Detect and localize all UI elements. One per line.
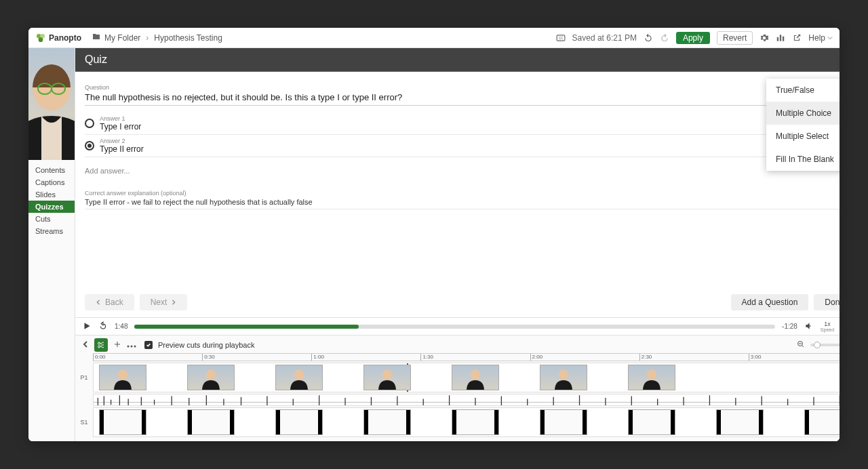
- slide-thumb[interactable]: [540, 409, 587, 435]
- app-window: Panopto My Folder › Hypothesis Testing C…: [28, 28, 840, 441]
- question-type-fill-blank[interactable]: Fill In The Blank: [766, 148, 840, 171]
- slide-thumb[interactable]: [628, 409, 675, 435]
- video-thumb[interactable]: [628, 365, 675, 390]
- svg-point-31: [647, 369, 656, 380]
- question-text-input[interactable]: The null hypothesis is no rejected, but …: [85, 91, 840, 106]
- progress-bar[interactable]: [134, 325, 775, 329]
- svg-rect-7: [783, 36, 784, 41]
- sidebar-tab-captions[interactable]: Captions: [28, 176, 75, 188]
- timeline-track-p1: P1: [75, 363, 840, 392]
- add-answer-button[interactable]: Add answer...: [85, 167, 840, 175]
- video-thumb[interactable]: [452, 365, 499, 390]
- question-type-dropdown: True/False Multiple Choice Multiple Sele…: [766, 79, 840, 171]
- svg-point-26: [206, 369, 216, 380]
- revert-button[interactable]: Revert: [717, 31, 753, 45]
- chevron-right-icon: [171, 300, 176, 305]
- quiz-footer-nav: Back Next Add a Question Done: [75, 289, 840, 317]
- brand-logo[interactable]: Panopto: [35, 33, 81, 43]
- answer-1-label: Answer 1: [100, 115, 840, 122]
- video-thumb[interactable]: [540, 365, 587, 390]
- quiz-editor: Quiz Question The null hypothesis is no …: [75, 48, 840, 441]
- svg-point-25: [118, 369, 127, 380]
- stats-icon[interactable]: [776, 33, 785, 43]
- answer-radio-2[interactable]: [85, 141, 94, 150]
- answer-2-text[interactable]: Type II error: [100, 144, 840, 154]
- rewind-button[interactable]: [98, 321, 108, 332]
- slide-thumb[interactable]: [716, 409, 764, 435]
- video-preview[interactable]: [28, 48, 75, 160]
- add-question-button[interactable]: Add a Question: [731, 294, 809, 310]
- done-button[interactable]: Done: [814, 294, 840, 310]
- track-lane-p1[interactable]: [93, 363, 840, 392]
- video-thumb[interactable]: [275, 365, 323, 390]
- breadcrumb-title[interactable]: Hypothesis Testing: [154, 33, 222, 43]
- svg-point-30: [559, 369, 568, 380]
- current-time: 1:48: [115, 323, 127, 330]
- undo-icon[interactable]: [644, 33, 653, 43]
- question-type-multiple-select[interactable]: Multiple Select: [766, 125, 840, 148]
- zoom-out-icon[interactable]: [797, 340, 805, 350]
- slide-thumb[interactable]: [804, 409, 840, 435]
- svg-point-29: [471, 369, 480, 380]
- breadcrumb: My Folder › Hypothesis Testing: [92, 33, 222, 43]
- explanation-field-label: Correct answer explanation (optional): [85, 190, 840, 197]
- presenter-figure: [28, 48, 75, 160]
- track-lane-s1[interactable]: [93, 407, 840, 437]
- question-type-true-false[interactable]: True/False: [766, 79, 840, 102]
- volume-icon[interactable]: [804, 321, 814, 332]
- preview-cuts-label: Preview cuts during playback: [158, 341, 254, 349]
- timeline-ruler[interactable]: 0:00 0:30 1:00 1:30 2:00 2:30 3:00: [93, 353, 840, 361]
- slide-thumb[interactable]: [187, 409, 235, 435]
- export-icon[interactable]: [792, 33, 802, 43]
- slide-thumb[interactable]: [99, 409, 146, 435]
- svg-point-28: [382, 369, 392, 380]
- preview-cuts-checkbox[interactable]: [144, 341, 153, 349]
- more-tools-icon[interactable]: [127, 341, 136, 349]
- apply-button[interactable]: Apply: [676, 32, 710, 44]
- sidebar-tab-slides[interactable]: Slides: [28, 188, 75, 201]
- timeline-track-wave: [75, 394, 840, 406]
- answer-radio-1[interactable]: [85, 119, 94, 128]
- answer-1-text[interactable]: Type I error: [100, 122, 840, 131]
- svg-rect-6: [780, 35, 781, 41]
- cc-icon[interactable]: CC: [556, 33, 566, 43]
- chevron-left-icon: [96, 300, 101, 305]
- speed-control[interactable]: 1x Speed: [821, 321, 834, 332]
- timeline-collapse-icon[interactable]: [82, 341, 89, 349]
- answer-2-label: Answer 2: [100, 138, 840, 144]
- slide-thumb[interactable]: [363, 409, 411, 435]
- redo-icon[interactable]: [660, 33, 669, 43]
- waveform-lane[interactable]: [93, 394, 840, 406]
- quiz-editor-header: Quiz: [75, 48, 840, 72]
- settings-icon[interactable]: [760, 33, 769, 43]
- video-thumb[interactable]: [187, 365, 235, 390]
- svg-point-21: [131, 346, 133, 348]
- slide-thumb[interactable]: [275, 409, 323, 435]
- sidebar-tab-cuts[interactable]: Cuts: [28, 213, 75, 225]
- zoom-slider[interactable]: [810, 344, 840, 346]
- breadcrumb-folder[interactable]: My Folder: [104, 33, 140, 43]
- back-button[interactable]: Back: [85, 294, 134, 310]
- answer-row-1: Answer 1 Type I error: [85, 113, 840, 135]
- left-panel: Contents Captions Slides Quizzes Cuts St…: [28, 48, 75, 441]
- video-thumb[interactable]: [99, 365, 146, 390]
- sidebar-tab-streams[interactable]: Streams: [28, 225, 75, 237]
- video-thumb[interactable]: [363, 365, 411, 390]
- help-dropdown[interactable]: Help: [808, 33, 833, 43]
- sidebar-tab-contents[interactable]: Contents: [28, 164, 75, 176]
- next-button[interactable]: Next: [140, 294, 188, 310]
- sidebar-tab-quizzes[interactable]: Quizzes: [28, 201, 75, 213]
- scissors-icon: [97, 341, 105, 349]
- track-label-p1: P1: [75, 374, 93, 381]
- cut-tool-button[interactable]: [94, 338, 108, 352]
- saved-status: Saved at 6:21 PM: [572, 33, 637, 43]
- play-button[interactable]: [82, 321, 92, 332]
- explanation-text-input[interactable]: Type II error - we fail to reject the nu…: [85, 197, 840, 209]
- add-tool-icon[interactable]: [113, 340, 121, 350]
- svg-point-22: [134, 346, 136, 348]
- timeline: Preview cuts during playback 0:00 0:30: [75, 335, 840, 441]
- slide-thumb[interactable]: [452, 409, 499, 435]
- svg-point-20: [127, 346, 130, 348]
- top-bar: Panopto My Folder › Hypothesis Testing C…: [28, 28, 840, 48]
- question-type-multiple-choice[interactable]: Multiple Choice: [766, 102, 840, 125]
